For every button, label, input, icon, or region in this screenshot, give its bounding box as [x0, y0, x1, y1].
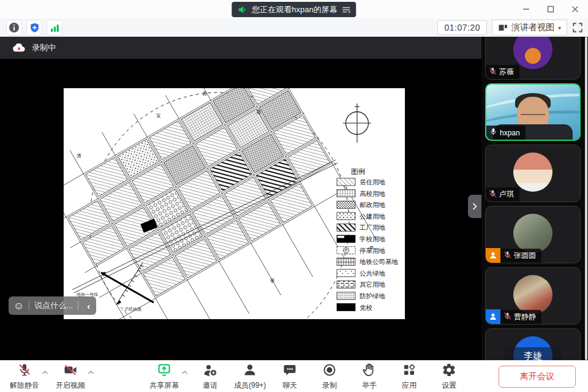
participant-tile[interactable]: hxpan [485, 83, 581, 141]
toolbar-button-members[interactable]: 成员(99+) [234, 363, 266, 391]
close-button[interactable] [567, 2, 583, 17]
recording-bar: 录制中 [0, 37, 481, 59]
chevron-up-icon[interactable] [88, 366, 94, 377]
legend-label: 学校用地 [360, 235, 385, 243]
name-badge: 张圆圆 [500, 249, 541, 263]
watching-screen-pill[interactable]: 您正在观看hxpan的屏幕 [232, 2, 356, 17]
road-label: 宝 [156, 113, 161, 118]
toolbar-button-share-screen[interactable]: 共享屏幕 [148, 363, 180, 391]
role-badge [486, 309, 500, 324]
chevron-up-icon[interactable] [42, 366, 48, 377]
avatar [513, 214, 552, 253]
toolbar-button-camera-off[interactable]: 开启视频 [55, 363, 86, 391]
participant-tile[interactable]: 张圆圆 [485, 206, 581, 263]
meeting-info-button[interactable] [6, 20, 22, 36]
legend-item: 高校用地 [337, 190, 385, 197]
recording-label: 录制中 [32, 42, 56, 53]
share-menu-icon[interactable] [342, 5, 352, 15]
quick-chat-bar[interactable]: ☺ 说点什么... ‹ [9, 296, 96, 315]
view-mode-label: 演讲者视图 [511, 22, 554, 33]
view-controls: 01:07:20 演讲者视图 ▾ [437, 20, 583, 36]
toolbar-button-raise-hand[interactable]: 举手 [353, 363, 385, 391]
minimize-button[interactable] [518, 2, 534, 17]
legend-title: 图例 [351, 168, 365, 175]
participant-tiles: 苏薇 hxpan 卢琪 张圆圆 曹静静李婕 [485, 37, 581, 360]
toolbar-button-label: 举手 [362, 380, 377, 391]
chevron-down-icon: ▾ [558, 24, 561, 31]
meeting-status-icons [6, 20, 62, 36]
participant-name: hxpan [500, 129, 520, 137]
mic-on-icon [489, 127, 497, 138]
leave-meeting-button[interactable]: 离开会议 [499, 366, 576, 388]
members-icon [243, 363, 257, 380]
participants-sidebar: 苏薇 hxpan 卢琪 张圆圆 曹静静李婕 [481, 37, 588, 360]
top-toolbar: 01:07:20 演讲者视图 ▾ [0, 18, 588, 37]
toolbar-button-label: 聊天 [282, 380, 297, 391]
meeting-window: 您正在观看hxpan的屏幕 [0, 0, 588, 392]
participant-name: 卢琪 [499, 189, 514, 200]
toolbar-button-chat[interactable]: 聊天 [274, 363, 306, 391]
toolbar-button-record[interactable]: 录制 [314, 363, 345, 391]
sidebar-scrollbar[interactable] [585, 37, 587, 360]
legend-item: 邮政用地 [337, 201, 385, 208]
share-screen-icon [157, 363, 172, 380]
toolbar-button-label: 录制 [322, 380, 337, 391]
legend-label: 居住用地 [360, 178, 385, 186]
rail-label: 沪杭铁路 [124, 307, 141, 312]
toolbar-button-label: 共享屏幕 [149, 380, 179, 391]
invite-icon [203, 363, 217, 380]
legend-item: 防护绿地 [337, 292, 385, 300]
mic-muted-icon [489, 189, 497, 200]
shield-plus-icon [29, 23, 40, 33]
view-mode-selector[interactable]: 演讲者视图 ▾ [492, 20, 567, 36]
main-area: 录制中 [0, 37, 588, 360]
toolbar-button-settings[interactable]: 设置 [433, 363, 465, 391]
chat-input-placeholder[interactable]: 说点什么... [34, 300, 73, 311]
toolbar-button-label: 解除静音 [10, 380, 39, 391]
sidebar-collapse-handle[interactable] [468, 195, 481, 218]
legend-item: 公建用地 [337, 213, 385, 220]
chevron-up-icon[interactable] [181, 366, 188, 377]
fullscreen-icon[interactable] [572, 22, 583, 33]
maximize-button[interactable] [543, 2, 559, 17]
settings-icon [442, 363, 456, 380]
road-label: 路 [257, 109, 262, 115]
toolbar-button-label: 邀请 [203, 380, 217, 391]
emoji-icon[interactable]: ☺ [13, 301, 24, 311]
divider [78, 301, 78, 311]
name-badge: 卢琪 [486, 187, 519, 202]
participant-tile[interactable]: 曹静静 [485, 267, 581, 325]
window-controls [518, 0, 583, 18]
legend-label: 公建用地 [360, 213, 385, 220]
legend-label: 党校 [360, 304, 373, 311]
participant-name: 苏薇 [499, 67, 514, 77]
toolbar-button-apps[interactable]: 应用 [393, 363, 425, 391]
toolbar-button-invite[interactable]: 邀请 [194, 363, 226, 391]
collapse-chat-icon[interactable]: ‹ [83, 301, 94, 311]
security-button[interactable] [26, 20, 42, 36]
camera-off-icon [63, 363, 78, 380]
avatar [513, 153, 552, 192]
participant-tile[interactable]: 李婕 [485, 328, 581, 360]
bottom-toolbar: 解除静音开启视频共享屏幕邀请成员(99+)聊天录制举手应用设置 离开会议 [0, 360, 588, 392]
svg-text:P: P [345, 248, 348, 252]
legend-label: 防护绿地 [360, 292, 385, 300]
toolbar-button-label: 成员(99+) [234, 380, 266, 391]
road-label: 罗 [369, 246, 374, 251]
participant-tile[interactable]: 苏薇 [485, 37, 581, 80]
info-icon [9, 22, 20, 33]
participant-tile[interactable]: 卢琪 [485, 145, 581, 202]
network-quality-button[interactable] [47, 20, 62, 36]
toolbar-button-mic-off[interactable]: 解除静音 [9, 363, 40, 391]
legend-item: 其它用地 [337, 281, 385, 288]
toolbar-button-label: 开启视频 [56, 380, 85, 391]
shared-map-document: 图例 居住用地高校用地邮政用地公建用地工厂用地学校用地P停车用地地铁公司基地公共… [63, 88, 405, 320]
toolbar-buttons: 解除静音开启视频共享屏幕邀请成员(99+)聊天录制举手应用设置 [9, 363, 473, 391]
toolbar-button-label: 应用 [402, 380, 417, 391]
avatar [513, 275, 552, 314]
divider [29, 301, 29, 311]
mic-muted-icon [489, 67, 497, 77]
toolbar-button-label: 设置 [442, 380, 456, 391]
layout-icon [498, 23, 508, 32]
planning-map: 图例 居住用地高校用地邮政用地公建用地工厂用地学校用地P停车用地地铁公司基地公共… [63, 88, 405, 320]
